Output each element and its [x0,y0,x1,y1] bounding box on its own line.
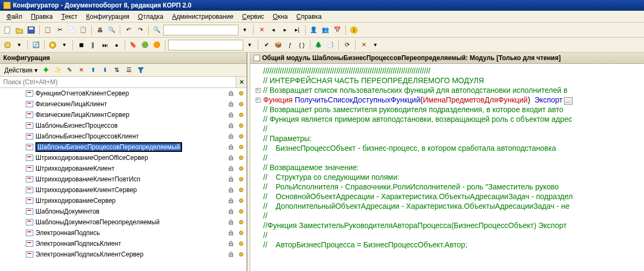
code-editor[interactable]: ////////////////////////////////////////… [250,64,644,271]
fold-ellipsis-icon[interactable]: … [564,97,573,105]
menu-администрирование[interactable]: Администрирование [168,12,237,21]
syntax-check-icon[interactable]: ✔ [261,40,272,50]
tree-item[interactable]: ЭлектроннаяПодписьКлиентСервер [0,249,247,260]
user-icon[interactable]: 👤 [308,25,319,35]
add-icon[interactable]: ✚ [41,65,52,76]
proc-icon[interactable]: ƒ [285,40,295,50]
delete-icon[interactable]: ✕ [76,65,87,76]
move-up-icon[interactable]: ⬆ [88,65,99,76]
goto-dropdown-icon[interactable]: ▾ [244,40,255,50]
pause-icon[interactable]: ‖ [88,40,98,50]
menu-сервис[interactable]: Сервис [238,12,269,21]
save-icon[interactable] [26,25,37,35]
menu-правка[interactable]: Правка [27,12,57,21]
properties-icon[interactable]: ☰ [124,65,134,76]
tree-item[interactable]: ШтрихкодированиеКлиент [0,163,247,174]
tree-item[interactable]: ЭлектроннаяПодпись [0,228,247,238]
status-dot-icon [239,102,243,106]
close-dropdown-icon[interactable]: ▾ [370,40,381,50]
code-text: // Функция является примером автоподстан… [263,114,572,124]
find-icon[interactable]: 🔍 [151,25,162,35]
outline-icon[interactable]: 📑 [325,40,336,50]
svg-rect-10 [229,147,233,149]
wand-icon[interactable]: ✨ [53,65,63,76]
menu-текст[interactable]: Текст [57,12,82,21]
fold-gutter [252,163,263,172]
tree-icon[interactable]: 🌲 [313,40,324,50]
bookmark-orange-icon[interactable]: 🟠 [151,40,162,50]
tree-item[interactable]: ФизическиеЛицаКлиент [0,99,247,109]
tree-item[interactable]: ШаблоныДокументов [0,206,247,217]
menu-справка[interactable]: Справка [292,12,326,21]
redo-icon[interactable]: ↷ [135,25,146,35]
search-clear-icon[interactable]: ✕ [236,77,247,87]
cut-icon[interactable]: ✂ [54,25,65,35]
paste-icon[interactable]: 📋 [78,25,89,35]
tree-item[interactable]: ФункцииОтчетовКлиентСервер [0,88,247,99]
edit-icon[interactable]: ✎ [64,65,75,76]
tree-item[interactable]: ШтрихкодированиеКлиентПовтИсп [0,174,247,185]
fold-gutter[interactable]: + [252,95,263,105]
lock-icon [228,187,234,193]
move-down-icon[interactable]: ⬇ [100,65,111,76]
db-icon[interactable] [2,40,13,50]
tree-item[interactable]: ШаблоныБизнесПроцессов [0,120,247,131]
stop-icon[interactable]: ◼ [76,40,86,50]
svg-rect-6 [229,104,233,106]
fold-gutter[interactable]: + [252,85,263,95]
tree-item[interactable]: ФизическиеЛицаКлиентСервер [0,109,247,120]
users-icon[interactable]: 👥 [320,25,331,35]
code-line: //Функция ЗаместительРуководителяАвтораП… [252,221,644,230]
run-icon[interactable] [47,40,58,50]
step-icon[interactable]: ⏭ [99,40,110,50]
filter-icon[interactable] [135,65,146,76]
actions-menu[interactable]: Действия ▾ [2,67,40,74]
app-icon [3,2,11,9]
tree-item[interactable]: ШтрихкодированиеСервер [0,195,247,206]
configuration-tree[interactable]: ФункцииОтчетовКлиентСерверФизическиеЛица… [0,88,247,271]
print-icon[interactable]: 🖶 [95,25,105,35]
nav-last-icon[interactable]: ▸| [292,25,302,35]
db-update-icon[interactable]: 🔄 [31,40,41,50]
tree-search-input[interactable] [0,77,236,87]
calendar-icon[interactable]: 📅 [332,25,343,35]
copy-icon[interactable]: 📄 [66,25,77,35]
menu-файл[interactable]: Файл [2,12,27,21]
search-input[interactable] [163,25,238,35]
sort-icon[interactable]: ⇅ [112,65,122,76]
close-icon[interactable]: ✕ [358,40,369,50]
breakpoint-icon[interactable]: ● [111,40,122,50]
tree-item[interactable]: ШтрихкодированиеOpenOfficeСервер [0,152,247,163]
undo-icon[interactable]: ↶ [123,25,134,35]
menu-окна[interactable]: Окна [269,12,292,21]
svg-rect-12 [229,168,233,171]
preview-icon[interactable]: 🔍 [106,25,117,35]
tree-item[interactable]: ШаблоныБизнесПроцессовКлиент [0,131,247,142]
menu-конфигурация[interactable]: Конфигурация [82,12,134,21]
open-icon[interactable] [14,25,25,35]
compare-icon[interactable]: 📋 [42,25,53,35]
toolbar-separator [120,25,120,35]
clear-icon[interactable]: ✕ [256,25,267,35]
search-dropdown-icon[interactable]: ▾ [240,25,250,35]
tree-item[interactable]: ШаблоныБизнесПроцессовПереопределяемый [0,142,247,152]
refresh-icon[interactable]: ⟳ [342,40,352,50]
code-text: // АвторБизнесПроцесса = БизнесПроцессОб… [263,240,467,250]
menu-отладка[interactable]: Отладка [134,12,168,21]
tree-item[interactable]: ЭлектроннаяПодписьКлиент [0,238,247,249]
module-icon[interactable]: 📦 [273,40,284,50]
toolbar-separator [148,25,149,35]
lock-icon [228,144,234,150]
db-nav-icon[interactable]: ▾ [14,40,25,50]
nav-back-icon[interactable]: ◂ [268,25,279,35]
bookmark-green-icon[interactable]: 🟢 [140,40,150,50]
nav-fwd-icon[interactable]: ▸ [280,25,291,35]
goto-input[interactable] [168,40,243,50]
bracket-icon[interactable]: { } [296,40,307,50]
new-icon[interactable] [2,25,13,35]
tree-item[interactable]: ШтрихкодированиеКлиентСервер [0,185,247,195]
help-icon[interactable]: i [349,25,359,35]
tree-item[interactable]: ШаблоныДокументовПереопределяемый [0,217,247,228]
run-dropdown-icon[interactable]: ▾ [59,40,70,50]
bookmark-icon[interactable]: 🔖 [128,40,139,50]
